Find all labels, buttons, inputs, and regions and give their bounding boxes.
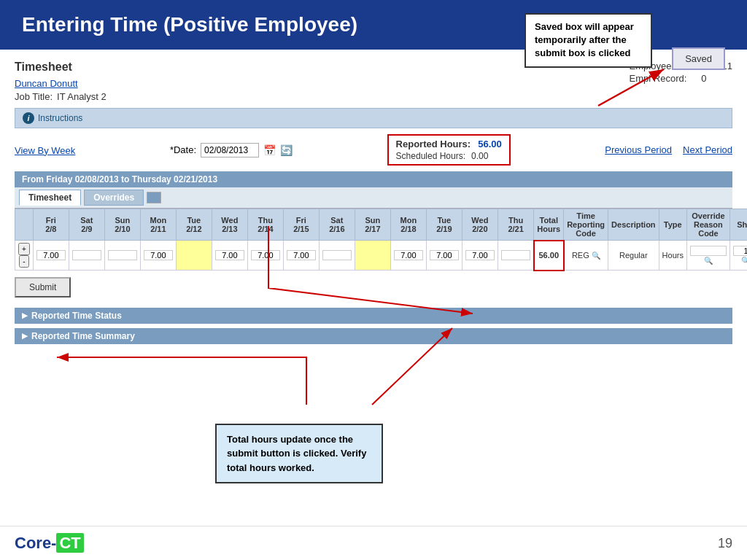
hours-input-thu21[interactable]	[501, 250, 530, 260]
tab-icon	[147, 192, 161, 203]
hours-input-tue19[interactable]	[430, 250, 459, 260]
tab-timesheet[interactable]: Timesheet	[19, 190, 81, 206]
cell-total-hours: 56.00	[534, 241, 564, 271]
cell-sun-17[interactable]	[355, 241, 390, 271]
reported-time-summary-bar[interactable]: ▶ Reported Time Summary	[15, 328, 732, 344]
date-row: *Date: 📅 🔄	[170, 143, 293, 158]
col-sun-17: Sun2/17	[355, 209, 390, 241]
submit-button[interactable]: Submit	[15, 277, 71, 298]
hours-input-sun10[interactable]	[108, 250, 137, 260]
reported-time-summary-label: Reported Time Summary	[31, 331, 135, 341]
col-fri-15: Fri2/15	[283, 209, 319, 241]
empl-record-label: Empl Record:	[630, 73, 687, 84]
col-tue-12: Tue2/12	[176, 209, 212, 241]
logo: Core-CT	[15, 534, 84, 553]
date-input[interactable]	[201, 143, 259, 158]
col-thu-21: Thu2/21	[498, 209, 534, 241]
shift-input[interactable]	[733, 246, 747, 256]
tab-overrides[interactable]: Overrides	[84, 190, 144, 206]
instructions-bar[interactable]: i Instructions	[15, 108, 732, 128]
hours-input-wed20[interactable]	[465, 250, 495, 260]
date-range-bar: From Friday 02/08/2013 to Thursday 02/21…	[15, 171, 732, 187]
col-sun-10: Sun2/10	[104, 209, 140, 241]
bottom-callout-box: Total hours update once the submit butto…	[215, 424, 383, 484]
tab-bar: Timesheet Overrides	[15, 187, 732, 209]
empl-record-row: Empl Record: 0	[630, 73, 707, 84]
expand-icon-2: ▶	[22, 332, 28, 340]
footer: Core-CT 19	[0, 526, 747, 560]
saved-button[interactable]: Saved	[672, 47, 725, 70]
cell-thu-21[interactable]	[498, 241, 534, 271]
controls-row: View By Week *Date: 📅 🔄 Reported Hours: …	[15, 134, 732, 166]
shift-search-icon[interactable]: 🔍	[741, 257, 747, 265]
col-wed-13: Wed2/13	[212, 209, 247, 241]
reported-time-status-label: Reported Time Status	[31, 311, 122, 321]
reported-time-status-bar[interactable]: ▶ Reported Time Status	[15, 308, 732, 324]
override-reason-input[interactable]	[690, 246, 727, 256]
next-period-link[interactable]: Next Period	[683, 144, 732, 155]
job-title-value: IT Analyst 2	[57, 91, 107, 102]
hours-input-fri8[interactable]	[36, 250, 66, 260]
cell-override-reason-code[interactable]: 🔍	[686, 241, 729, 271]
cell-mon-11[interactable]	[140, 241, 176, 271]
col-wed-20: Wed2/20	[462, 209, 498, 241]
cell-fri-15[interactable]	[283, 241, 319, 271]
previous-period-link[interactable]: Previous Period	[605, 144, 672, 155]
row-controls: + -	[15, 241, 34, 271]
timesheet-table: Fri2/8 Sat2/9 Sun2/10 Mon2/11 Tue2/12 We…	[15, 209, 747, 271]
refresh-icon[interactable]: 🔄	[280, 144, 293, 156]
hours-input-mon18[interactable]	[394, 250, 423, 260]
logo-core-text: Core-	[15, 534, 56, 552]
cell-shift[interactable]: 🔍	[729, 241, 747, 271]
info-icon: i	[23, 112, 34, 124]
hours-input-sat16[interactable]	[322, 250, 352, 260]
cell-time-reporting-code[interactable]: REG 🔍	[564, 241, 608, 271]
col-fri-8: Fri2/8	[33, 209, 69, 241]
col-tue-19: Tue2/19	[426, 209, 462, 241]
hours-input-wed13[interactable]	[215, 250, 244, 260]
cell-mon-18[interactable]	[390, 241, 426, 271]
job-title-label: Job Title:	[15, 91, 53, 102]
calendar-icon[interactable]: 📅	[263, 144, 276, 156]
empl-record-value: 0	[701, 73, 706, 84]
job-title-row: Job Title: IT Analyst 2	[15, 91, 630, 102]
page-title: Entering Time (Positive Employee)	[22, 13, 357, 36]
col-thu-14: Thu2/14	[247, 209, 283, 241]
col-shift: Shift	[729, 209, 747, 241]
scheduled-hours-row: Scheduled Hours: 0.00	[396, 151, 502, 161]
instructions-label: Instructions	[38, 113, 82, 123]
view-by-week-container: View By Week	[15, 144, 75, 157]
remove-row-button[interactable]: -	[19, 255, 28, 268]
cell-thu-14[interactable]	[247, 241, 283, 271]
override-search-icon[interactable]: 🔍	[704, 257, 713, 265]
search-icon[interactable]: 🔍	[592, 252, 600, 260]
table-header-row: Fri2/8 Sat2/9 Sun2/10 Mon2/11 Tue2/12 We…	[15, 209, 748, 241]
col-type: Type	[659, 209, 686, 241]
scheduled-hours-value: 0.00	[471, 151, 488, 161]
cell-type: Hours	[659, 241, 686, 271]
view-by-week-link[interactable]: View By Week	[15, 145, 75, 156]
cell-wed-13[interactable]	[212, 241, 247, 271]
cell-tue-19[interactable]	[426, 241, 462, 271]
cell-wed-20[interactable]	[462, 241, 498, 271]
col-sat-9: Sat2/9	[69, 209, 104, 241]
col-description: Description	[608, 209, 659, 241]
add-row-button[interactable]: +	[18, 243, 30, 255]
saved-callout-box: Saved box will appear temporarily after …	[525, 13, 652, 68]
hours-input-thu14[interactable]	[251, 250, 280, 260]
hours-input-sun17[interactable]	[358, 251, 387, 260]
cell-fri-8[interactable]	[33, 241, 69, 271]
hours-input-fri15[interactable]	[287, 250, 316, 260]
hours-input-mon11[interactable]	[144, 250, 173, 260]
col-override-reason: OverrideReasonCode	[686, 209, 729, 241]
cell-sat-16[interactable]	[319, 241, 355, 271]
cell-description: Regular	[608, 241, 659, 271]
reported-hours-box: Reported Hours: 56.00 Scheduled Hours: 0…	[387, 134, 511, 166]
cell-tue-12[interactable]	[176, 241, 212, 271]
hours-input-tue12[interactable]	[179, 251, 209, 260]
cell-sun-10[interactable]	[104, 241, 140, 271]
employee-name-link[interactable]: Duncan Donutt	[15, 78, 78, 89]
cell-sat-9[interactable]	[69, 241, 104, 271]
hours-input-sat9[interactable]	[72, 250, 101, 260]
logo-ct-text: CT	[56, 533, 83, 553]
